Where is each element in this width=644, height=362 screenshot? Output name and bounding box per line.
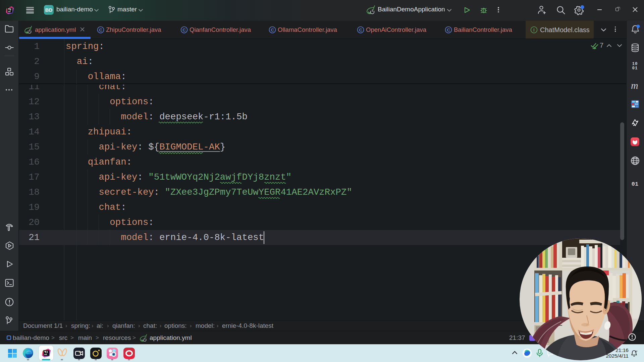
svg-text:C: C <box>447 27 450 33</box>
svg-text:C: C <box>182 27 186 33</box>
svg-text:I: I <box>533 27 535 33</box>
svg-text:C: C <box>359 27 362 33</box>
svg-text:C: C <box>99 27 102 33</box>
svg-text:C: C <box>271 27 274 33</box>
